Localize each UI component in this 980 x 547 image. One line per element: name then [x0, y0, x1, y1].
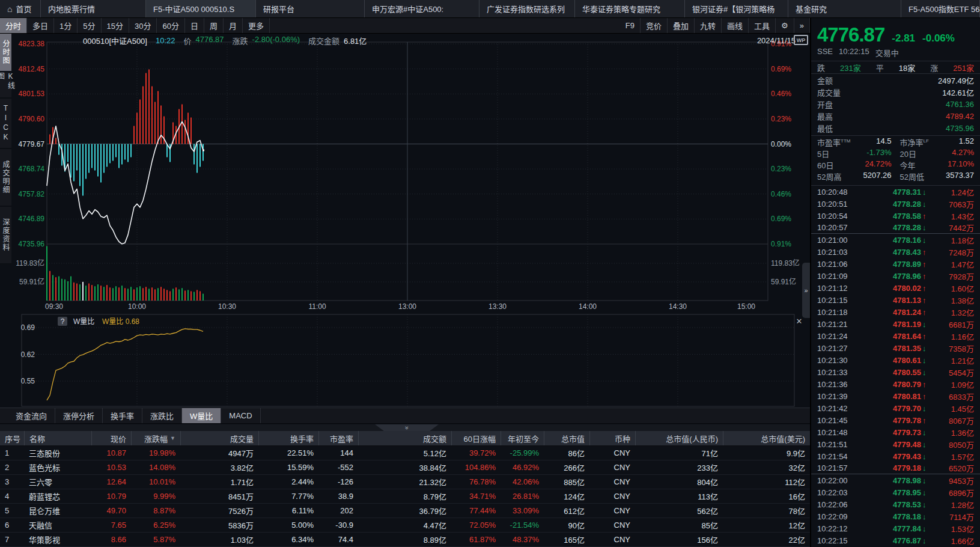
- period-button-1分[interactable]: 1分: [54, 18, 78, 33]
- tick-row[interactable]: 10:21:454779.78↑8067万: [811, 414, 980, 426]
- period-button-15分[interactable]: 15分: [102, 18, 129, 33]
- tick-row[interactable]: 10:21:334780.55↓5454万: [811, 366, 980, 378]
- top-tab-5[interactable]: 广发证券指数研选系列: [479, 0, 575, 17]
- period-button-分时[interactable]: 分时: [0, 18, 27, 33]
- tick-row[interactable]: 10:22:004778.98↓9453万: [811, 474, 980, 486]
- period-button-月[interactable]: 月: [224, 18, 243, 33]
- rail-item-3[interactable]: 成交明细: [0, 149, 11, 207]
- tick-row[interactable]: 10:21:304780.61↓1.21亿: [811, 354, 980, 366]
- tick-row[interactable]: 10:21:184781.24↑1.32亿: [811, 306, 980, 318]
- top-tab-9[interactable]: F5-A500指数ETF 56: [901, 0, 980, 17]
- tick-row[interactable]: 10:21:094778.96↑7928万: [811, 270, 980, 282]
- indicator-close-icon[interactable]: ✕: [796, 317, 803, 326]
- indicator-tab-换手率[interactable]: 换手率: [103, 408, 142, 423]
- table-row[interactable]: 4蔚蓝锂芯10.799.99%8451万7.77%38.98.79亿34.71%…: [0, 489, 810, 504]
- tick-row[interactable]: 10:21:214781.19↓6681万: [811, 318, 980, 330]
- column-header-0[interactable]: 序号: [0, 431, 24, 445]
- tick-row[interactable]: 10:21:394780.81↑6833万: [811, 390, 980, 402]
- indicator-tab-MACD[interactable]: MACD: [221, 408, 260, 423]
- panel-splitter[interactable]: «: [0, 424, 810, 431]
- top-tab-0[interactable]: ⌂首页: [0, 0, 41, 17]
- top-tab-2[interactable]: F5-中证A500 000510.S: [146, 0, 256, 17]
- intraday-chart[interactable]: 4823.384812.454801.534790.604779.674768.…: [0, 34, 810, 408]
- top-tab-3[interactable]: 研报平台: [256, 0, 365, 17]
- tick-row[interactable]: 10:21:514779.48↓8050万: [811, 438, 980, 450]
- tick-row[interactable]: 10:22:064778.53↓1.28亿: [811, 498, 980, 510]
- tick-row[interactable]: 10:20:544778.58↑1.43亿: [811, 210, 980, 222]
- indicator-tab-涨停分析[interactable]: 涨停分析: [55, 408, 103, 423]
- tick-row[interactable]: 10:21:064778.89↑1.47亿: [811, 258, 980, 270]
- table-row[interactable]: 7华策影视8.665.87%1.03亿6.34%74.48.89亿61.87%4…: [0, 533, 810, 547]
- column-header-4[interactable]: 成交量: [180, 431, 258, 445]
- table-row[interactable]: 3三六零12.6410.01%1.71亿2.44%-12621.32亿76.78…: [0, 475, 810, 489]
- column-header-5[interactable]: 换手率: [258, 431, 318, 445]
- tool-button-竞价[interactable]: 竞价: [641, 18, 668, 33]
- tick-amount: 7114万: [931, 511, 974, 522]
- tick-row[interactable]: 10:22:034778.95↓6896万: [811, 486, 980, 498]
- tool-button-F9[interactable]: F9: [620, 18, 641, 33]
- rail-item-1[interactable]: K线图: [0, 72, 11, 99]
- tool-button-九转[interactable]: 九转: [695, 18, 722, 33]
- tick-row[interactable]: 10:21:574779.18↓6520万: [811, 462, 980, 474]
- gear-icon[interactable]: ⚙: [776, 18, 794, 33]
- tick-row[interactable]: 10:21:154781.13↑1.38亿: [811, 294, 980, 306]
- panel-collapse-handle[interactable]: »: [802, 263, 810, 318]
- splitter-handle[interactable]: «: [375, 424, 439, 431]
- tick-row[interactable]: 10:21:424779.70↓1.45亿: [811, 402, 980, 414]
- column-header-6[interactable]: 市盈率: [318, 431, 358, 445]
- period-button-60分[interactable]: 60分: [157, 18, 184, 33]
- tick-row[interactable]: 10:20:484778.31↓1.24亿: [811, 186, 980, 198]
- column-header-8[interactable]: 60日涨幅: [451, 431, 501, 445]
- column-header-12[interactable]: 总市值(人民币): [635, 431, 723, 445]
- column-header-10[interactable]: 总市值: [544, 431, 589, 445]
- tool-button-叠加[interactable]: 叠加: [668, 18, 695, 33]
- indicator-tab-涨跌比[interactable]: 涨跌比: [142, 408, 182, 423]
- tool-button-画线[interactable]: 画线: [722, 18, 749, 33]
- table-row[interactable]: 2蓝色光标10.5314.08%3.82亿15.59%-55238.84亿104…: [0, 460, 810, 475]
- tick-row[interactable]: 10:21:274781.35↓7358万: [811, 342, 980, 354]
- column-header-13[interactable]: 总市值(美元): [723, 431, 810, 445]
- top-tab-1[interactable]: 内地股票行情: [41, 0, 146, 17]
- tick-row[interactable]: 10:20:514778.28↓7063万: [811, 198, 980, 210]
- column-header-7[interactable]: 成交额: [358, 431, 451, 445]
- table-row[interactable]: 1三态股份10.8719.98%4947万22.51%1445.12亿39.72…: [0, 446, 810, 460]
- period-button-更多[interactable]: 更多: [243, 18, 270, 33]
- rail-item-4[interactable]: 深度资料: [0, 207, 11, 264]
- top-tab-8[interactable]: 基金研究: [788, 0, 901, 17]
- table-row[interactable]: 6天融信7.656.25%5836万5.00%-30.94.47亿72.05%-…: [0, 518, 810, 533]
- indicator-tab-资金流向[interactable]: 资金流向: [8, 408, 55, 423]
- tick-row[interactable]: 10:21:004778.16↓1.18亿: [811, 234, 980, 246]
- column-header-11[interactable]: 币种: [589, 431, 635, 445]
- table-row[interactable]: 5昆仑万维49.708.87%7526万6.11%20236.79亿77.44%…: [0, 504, 810, 518]
- cell-60日涨幅: 77.44%: [451, 506, 501, 515]
- toolbar-spacer: [270, 18, 620, 33]
- tool-button-工具[interactable]: 工具: [749, 18, 776, 33]
- indicator-tab-W量比[interactable]: W量比: [182, 408, 221, 423]
- toolbar-overflow-icon[interactable]: »: [794, 18, 810, 33]
- column-header-3[interactable]: 涨跌幅▼: [131, 431, 180, 445]
- top-tab-4[interactable]: 申万宏源#中证A500:: [365, 0, 479, 17]
- top-tab-7[interactable]: 银河证券#【银河策略杨: [685, 0, 788, 17]
- tick-row[interactable]: 10:21:034778.43↑7248万: [811, 246, 980, 258]
- period-button-5分[interactable]: 5分: [78, 18, 101, 33]
- tick-row[interactable]: 10:21:544779.43↓1.57亿: [811, 450, 980, 462]
- rail-item-2[interactable]: TICK: [0, 99, 11, 149]
- tick-row[interactable]: 10:21:244781.64↑1.16亿: [811, 330, 980, 342]
- tick-row[interactable]: 10:22:154776.87↓1.66亿: [811, 534, 980, 546]
- tick-row[interactable]: 10:21:364780.79↑1.09亿: [811, 378, 980, 390]
- tick-row[interactable]: 10:21:124780.02↑1.60亿: [811, 282, 980, 294]
- rail-item-0[interactable]: 分时图: [0, 34, 11, 72]
- wp-badge-icon[interactable]: WP: [794, 35, 808, 45]
- top-tab-6[interactable]: 华泰证券策略专题研究: [575, 0, 685, 17]
- tick-row[interactable]: 10:22:124777.84↓1.53亿: [811, 522, 980, 534]
- tick-row[interactable]: 10:22:094778.18↓7114万: [811, 510, 980, 522]
- column-header-9[interactable]: 年初至今: [501, 431, 544, 445]
- column-header-2[interactable]: 现价: [91, 431, 131, 445]
- column-header-1[interactable]: 名称: [24, 431, 91, 445]
- period-button-30分[interactable]: 30分: [129, 18, 157, 33]
- tick-row[interactable]: 10:20:574778.28↓7442万: [811, 222, 980, 234]
- period-button-多日[interactable]: 多日: [27, 18, 54, 33]
- tick-row[interactable]: 10:21:484779.73↓1.36亿: [811, 426, 980, 438]
- period-button-周[interactable]: 周: [204, 18, 224, 33]
- period-button-日[interactable]: 日: [185, 18, 204, 33]
